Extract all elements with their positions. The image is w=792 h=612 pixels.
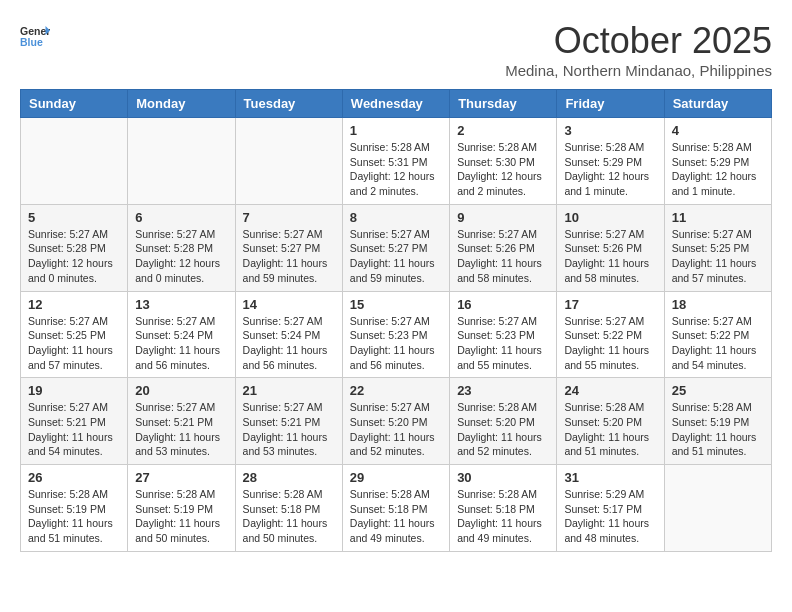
day-number: 12 [28, 297, 120, 312]
day-content: Sunrise: 5:28 AM Sunset: 5:29 PM Dayligh… [672, 140, 764, 199]
calendar-cell: 11Sunrise: 5:27 AM Sunset: 5:25 PM Dayli… [664, 204, 771, 291]
day-number: 6 [135, 210, 227, 225]
title-block: October 2025 Medina, Northern Mindanao, … [505, 20, 772, 79]
day-content: Sunrise: 5:27 AM Sunset: 5:28 PM Dayligh… [28, 227, 120, 286]
calendar-cell: 23Sunrise: 5:28 AM Sunset: 5:20 PM Dayli… [450, 378, 557, 465]
day-content: Sunrise: 5:27 AM Sunset: 5:25 PM Dayligh… [28, 314, 120, 373]
calendar-cell: 10Sunrise: 5:27 AM Sunset: 5:26 PM Dayli… [557, 204, 664, 291]
location-subtitle: Medina, Northern Mindanao, Philippines [505, 62, 772, 79]
calendar-table: SundayMondayTuesdayWednesdayThursdayFrid… [20, 89, 772, 552]
day-content: Sunrise: 5:27 AM Sunset: 5:24 PM Dayligh… [135, 314, 227, 373]
calendar-cell: 4Sunrise: 5:28 AM Sunset: 5:29 PM Daylig… [664, 118, 771, 205]
calendar-cell: 1Sunrise: 5:28 AM Sunset: 5:31 PM Daylig… [342, 118, 449, 205]
day-number: 10 [564, 210, 656, 225]
calendar-cell: 15Sunrise: 5:27 AM Sunset: 5:23 PM Dayli… [342, 291, 449, 378]
day-number: 18 [672, 297, 764, 312]
day-number: 26 [28, 470, 120, 485]
calendar-cell: 13Sunrise: 5:27 AM Sunset: 5:24 PM Dayli… [128, 291, 235, 378]
day-number: 20 [135, 383, 227, 398]
calendar-week-5: 26Sunrise: 5:28 AM Sunset: 5:19 PM Dayli… [21, 465, 772, 552]
calendar-week-1: 1Sunrise: 5:28 AM Sunset: 5:31 PM Daylig… [21, 118, 772, 205]
day-number: 3 [564, 123, 656, 138]
calendar-week-3: 12Sunrise: 5:27 AM Sunset: 5:25 PM Dayli… [21, 291, 772, 378]
day-number: 5 [28, 210, 120, 225]
calendar-cell: 14Sunrise: 5:27 AM Sunset: 5:24 PM Dayli… [235, 291, 342, 378]
calendar-cell: 19Sunrise: 5:27 AM Sunset: 5:21 PM Dayli… [21, 378, 128, 465]
calendar-cell: 16Sunrise: 5:27 AM Sunset: 5:23 PM Dayli… [450, 291, 557, 378]
calendar-week-2: 5Sunrise: 5:27 AM Sunset: 5:28 PM Daylig… [21, 204, 772, 291]
day-content: Sunrise: 5:27 AM Sunset: 5:21 PM Dayligh… [243, 400, 335, 459]
calendar-cell: 21Sunrise: 5:27 AM Sunset: 5:21 PM Dayli… [235, 378, 342, 465]
calendar-cell: 31Sunrise: 5:29 AM Sunset: 5:17 PM Dayli… [557, 465, 664, 552]
day-number: 7 [243, 210, 335, 225]
day-number: 11 [672, 210, 764, 225]
day-content: Sunrise: 5:28 AM Sunset: 5:29 PM Dayligh… [564, 140, 656, 199]
calendar-cell [664, 465, 771, 552]
calendar-cell: 6Sunrise: 5:27 AM Sunset: 5:28 PM Daylig… [128, 204, 235, 291]
day-number: 25 [672, 383, 764, 398]
day-number: 13 [135, 297, 227, 312]
calendar-cell: 5Sunrise: 5:27 AM Sunset: 5:28 PM Daylig… [21, 204, 128, 291]
day-number: 14 [243, 297, 335, 312]
day-content: Sunrise: 5:27 AM Sunset: 5:26 PM Dayligh… [457, 227, 549, 286]
day-content: Sunrise: 5:28 AM Sunset: 5:19 PM Dayligh… [672, 400, 764, 459]
day-content: Sunrise: 5:27 AM Sunset: 5:20 PM Dayligh… [350, 400, 442, 459]
day-content: Sunrise: 5:27 AM Sunset: 5:23 PM Dayligh… [350, 314, 442, 373]
month-title: October 2025 [505, 20, 772, 62]
day-content: Sunrise: 5:28 AM Sunset: 5:19 PM Dayligh… [135, 487, 227, 546]
calendar-week-4: 19Sunrise: 5:27 AM Sunset: 5:21 PM Dayli… [21, 378, 772, 465]
calendar-body: 1Sunrise: 5:28 AM Sunset: 5:31 PM Daylig… [21, 118, 772, 552]
calendar-cell: 26Sunrise: 5:28 AM Sunset: 5:19 PM Dayli… [21, 465, 128, 552]
day-content: Sunrise: 5:27 AM Sunset: 5:27 PM Dayligh… [243, 227, 335, 286]
header-wednesday: Wednesday [342, 90, 449, 118]
logo-icon: General Blue [20, 20, 50, 50]
calendar-cell: 18Sunrise: 5:27 AM Sunset: 5:22 PM Dayli… [664, 291, 771, 378]
calendar-cell: 17Sunrise: 5:27 AM Sunset: 5:22 PM Dayli… [557, 291, 664, 378]
day-number: 30 [457, 470, 549, 485]
calendar-cell: 8Sunrise: 5:27 AM Sunset: 5:27 PM Daylig… [342, 204, 449, 291]
day-content: Sunrise: 5:27 AM Sunset: 5:23 PM Dayligh… [457, 314, 549, 373]
day-content: Sunrise: 5:27 AM Sunset: 5:24 PM Dayligh… [243, 314, 335, 373]
day-number: 21 [243, 383, 335, 398]
calendar-cell: 20Sunrise: 5:27 AM Sunset: 5:21 PM Dayli… [128, 378, 235, 465]
calendar-cell [21, 118, 128, 205]
calendar-header-row: SundayMondayTuesdayWednesdayThursdayFrid… [21, 90, 772, 118]
day-number: 22 [350, 383, 442, 398]
day-content: Sunrise: 5:29 AM Sunset: 5:17 PM Dayligh… [564, 487, 656, 546]
calendar-cell: 9Sunrise: 5:27 AM Sunset: 5:26 PM Daylig… [450, 204, 557, 291]
day-content: Sunrise: 5:28 AM Sunset: 5:18 PM Dayligh… [243, 487, 335, 546]
day-number: 4 [672, 123, 764, 138]
calendar-cell: 29Sunrise: 5:28 AM Sunset: 5:18 PM Dayli… [342, 465, 449, 552]
day-content: Sunrise: 5:27 AM Sunset: 5:25 PM Dayligh… [672, 227, 764, 286]
header-monday: Monday [128, 90, 235, 118]
calendar-cell: 25Sunrise: 5:28 AM Sunset: 5:19 PM Dayli… [664, 378, 771, 465]
day-content: Sunrise: 5:28 AM Sunset: 5:20 PM Dayligh… [457, 400, 549, 459]
day-number: 2 [457, 123, 549, 138]
day-content: Sunrise: 5:28 AM Sunset: 5:18 PM Dayligh… [457, 487, 549, 546]
day-number: 24 [564, 383, 656, 398]
day-number: 23 [457, 383, 549, 398]
header-friday: Friday [557, 90, 664, 118]
header-thursday: Thursday [450, 90, 557, 118]
day-content: Sunrise: 5:27 AM Sunset: 5:21 PM Dayligh… [28, 400, 120, 459]
calendar-cell [235, 118, 342, 205]
calendar-cell: 30Sunrise: 5:28 AM Sunset: 5:18 PM Dayli… [450, 465, 557, 552]
day-content: Sunrise: 5:27 AM Sunset: 5:27 PM Dayligh… [350, 227, 442, 286]
svg-text:Blue: Blue [20, 36, 43, 48]
day-content: Sunrise: 5:28 AM Sunset: 5:20 PM Dayligh… [564, 400, 656, 459]
logo: General Blue [20, 20, 50, 50]
calendar-cell: 27Sunrise: 5:28 AM Sunset: 5:19 PM Dayli… [128, 465, 235, 552]
day-content: Sunrise: 5:27 AM Sunset: 5:26 PM Dayligh… [564, 227, 656, 286]
calendar-cell [128, 118, 235, 205]
day-number: 9 [457, 210, 549, 225]
calendar-cell: 22Sunrise: 5:27 AM Sunset: 5:20 PM Dayli… [342, 378, 449, 465]
calendar-cell: 24Sunrise: 5:28 AM Sunset: 5:20 PM Dayli… [557, 378, 664, 465]
day-number: 1 [350, 123, 442, 138]
header-tuesday: Tuesday [235, 90, 342, 118]
day-content: Sunrise: 5:28 AM Sunset: 5:19 PM Dayligh… [28, 487, 120, 546]
day-number: 16 [457, 297, 549, 312]
page-header: General Blue October 2025 Medina, Northe… [20, 20, 772, 79]
header-sunday: Sunday [21, 90, 128, 118]
day-content: Sunrise: 5:27 AM Sunset: 5:21 PM Dayligh… [135, 400, 227, 459]
day-number: 19 [28, 383, 120, 398]
